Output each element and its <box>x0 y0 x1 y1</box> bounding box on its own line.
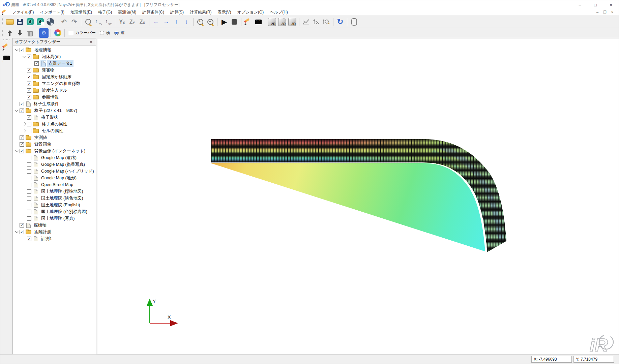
expand-open-arrow[interactable] <box>14 229 20 235</box>
tree-item[interactable]: 格子生成条件 <box>13 100 96 107</box>
zoom-window-button[interactable] <box>322 17 331 27</box>
tree-item[interactable]: Google Map (ハイブリッド) <box>13 168 96 175</box>
mdi-close-button[interactable]: × <box>609 10 616 14</box>
expand-open-arrow[interactable] <box>14 148 20 154</box>
visibility-checkbox[interactable] <box>27 55 31 59</box>
menu-item[interactable]: ヘルプ(H) <box>267 9 291 16</box>
pan-left-button[interactable]: ← <box>151 17 161 27</box>
tree-item[interactable]: 河床高(m) <box>13 53 96 60</box>
visibility-checkbox[interactable] <box>20 135 24 140</box>
view-yx-button[interactable]: YX <box>117 17 127 27</box>
tree-item[interactable]: マニングの粗度係数 <box>13 80 96 87</box>
tree-item[interactable]: 国土地理院 (写真) <box>13 215 96 222</box>
attribute-browser-button[interactable]: ← <box>1 53 11 63</box>
visibility-checkbox[interactable] <box>27 115 31 120</box>
tree-item[interactable]: 国土地理院 (色別標高図) <box>13 208 96 215</box>
tree-item[interactable]: 参照情報 <box>13 94 96 100</box>
tree-item[interactable]: 障害物 <box>13 67 96 73</box>
tree-item[interactable]: 地理情報 <box>13 47 96 53</box>
tree-item[interactable]: 濃度注入セル <box>13 87 96 94</box>
visibility-checkbox[interactable] <box>34 61 39 66</box>
zoom-in-button[interactable]: + <box>196 17 205 27</box>
menu-item[interactable]: ファイル(F) <box>9 9 37 16</box>
visibility-checkbox[interactable] <box>27 129 31 133</box>
edit-mode-button[interactable] <box>1 42 11 52</box>
colorbar-checkbox[interactable] <box>69 31 73 35</box>
visibility-checkbox[interactable] <box>27 82 31 86</box>
visibility-checkbox[interactable] <box>20 109 24 113</box>
tree-item[interactable]: 背景画像 (インターネット) <box>13 148 96 154</box>
zoom-out-button[interactable]: − <box>206 17 215 27</box>
visibility-checkbox[interactable] <box>27 183 31 187</box>
undo-button[interactable]: ↶ <box>59 17 69 27</box>
close-button[interactable]: × <box>603 0 619 9</box>
pan-up-button[interactable]: ↑ <box>172 17 181 27</box>
menu-item[interactable]: オプション(O) <box>234 9 267 16</box>
visibility-checkbox[interactable] <box>27 196 31 201</box>
menu-item[interactable]: 計算条件(C) <box>139 9 167 16</box>
tree-item[interactable]: 固定床か移動床 <box>13 73 96 80</box>
menu-item[interactable]: 計算結果(R) <box>187 9 215 16</box>
toolbar-drag-handle[interactable] <box>3 39 10 41</box>
expand-open-arrow[interactable] <box>14 108 20 113</box>
toolbar-drag-handle[interactable] <box>2 17 4 26</box>
view-3d-button[interactable]: 3D <box>288 17 297 27</box>
rotate-90-button[interactable]: ↑90° <box>104 17 113 27</box>
menu-item[interactable]: インポート(I) <box>37 9 67 16</box>
visibility-checkbox[interactable] <box>27 203 31 207</box>
expand-open-arrow[interactable] <box>22 54 27 59</box>
visibility-checkbox[interactable] <box>27 189 31 194</box>
menu-item[interactable]: 表示(V) <box>215 9 234 16</box>
tree-item[interactable]: 距離計測 <box>13 229 96 235</box>
continuous-snapshot-button[interactable] <box>35 17 45 27</box>
visibility-checkbox[interactable] <box>27 176 31 180</box>
visibility-checkbox[interactable] <box>27 95 31 99</box>
vertical-radio[interactable] <box>114 31 119 35</box>
tree-item[interactable]: 格子点の属性 <box>13 121 96 127</box>
visibility-checkbox[interactable] <box>27 122 31 126</box>
view-zy-button[interactable]: ZY <box>127 17 137 27</box>
tree-item[interactable]: Google Map (衛星写真) <box>13 161 96 168</box>
visibility-checkbox[interactable] <box>27 169 31 174</box>
tree-item[interactable]: 格子形状 <box>13 114 96 121</box>
save-project-button[interactable] <box>15 17 25 27</box>
google-earth-button[interactable] <box>46 17 55 27</box>
viewport-3d[interactable]: Y X iR <box>97 38 619 354</box>
move-down-button[interactable] <box>15 28 25 38</box>
view-2d-oblique-button[interactable]: 2D <box>277 17 287 27</box>
visibility-checkbox[interactable] <box>20 230 24 234</box>
expand-closed-arrow[interactable] <box>22 121 27 127</box>
visibility-checkbox[interactable] <box>27 156 31 160</box>
object-browser-header[interactable]: オブジェクトブラウザー × <box>13 38 96 46</box>
console-window-button[interactable] <box>254 17 263 27</box>
menu-item[interactable]: 計算(S) <box>167 9 187 16</box>
mouse-hint-button[interactable] <box>349 17 359 27</box>
view-2d-button[interactable]: 2D <box>267 17 277 27</box>
tree-item[interactable]: Open Street Map <box>13 181 96 188</box>
maximize-button[interactable]: □ <box>588 0 603 9</box>
properties-button[interactable]: ⚙ <box>39 28 49 38</box>
scatter-window-button[interactable] <box>312 17 321 27</box>
run-solver-button[interactable]: ▶ <box>219 17 229 27</box>
tree-item[interactable]: Google Map (地形) <box>13 175 96 181</box>
view-zx-button[interactable]: ZX <box>138 17 147 27</box>
mdi-minimize-button[interactable]: – <box>594 10 601 14</box>
visibility-checkbox[interactable] <box>20 142 24 147</box>
toolbar-drag-handle[interactable] <box>2 29 4 36</box>
tree-item[interactable]: セルの属性 <box>13 127 96 134</box>
expand-closed-arrow[interactable] <box>22 128 27 133</box>
visibility-checkbox[interactable] <box>27 68 31 72</box>
visibility-checkbox[interactable] <box>27 216 31 221</box>
color-setting-button[interactable] <box>53 28 62 38</box>
visibility-checkbox[interactable] <box>20 48 24 52</box>
pan-right-button[interactable]: → <box>161 17 171 27</box>
visibility-checkbox[interactable] <box>27 237 31 241</box>
rotate-view-button[interactable]: ↻ <box>335 17 345 27</box>
edit-pencil-button[interactable] <box>243 17 253 27</box>
delete-button[interactable] <box>25 28 35 38</box>
tree-item[interactable]: 国土地理院 (English) <box>13 202 96 208</box>
tree-item[interactable]: 点群データ1 <box>13 60 96 67</box>
mdi-restore-button[interactable]: ❐ <box>601 10 609 14</box>
fit-view-button[interactable] <box>83 17 93 27</box>
tree-item[interactable]: 国土地理院 (淡色地図) <box>13 195 96 202</box>
